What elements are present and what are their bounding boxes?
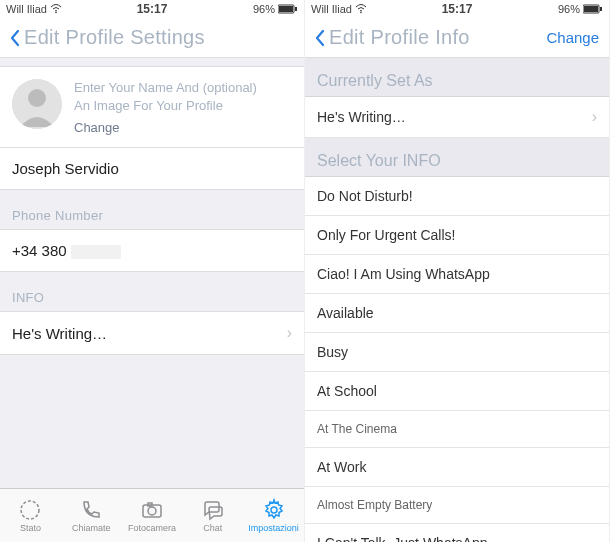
svg-rect-13 bbox=[584, 6, 598, 12]
camera-icon bbox=[140, 498, 164, 522]
profile-row[interactable]: Enter Your Name And (optional) An Image … bbox=[0, 66, 304, 148]
phone-section-header: Phone Number bbox=[0, 190, 304, 229]
currently-set-header: Currently Set As bbox=[305, 58, 609, 97]
nav-title: Edit Profile Settings bbox=[24, 26, 205, 49]
profile-placeholder-line1: Enter Your Name And (optional) bbox=[74, 79, 292, 97]
profile-placeholder-line2: An Image For Your Profile bbox=[74, 97, 292, 115]
svg-point-5 bbox=[28, 89, 46, 107]
carrier-label: Will Iliad bbox=[6, 3, 47, 15]
nav-title: Edit Profile Info bbox=[329, 26, 470, 49]
status-option[interactable]: Do Not Disturb! bbox=[305, 177, 609, 216]
name-input-cell[interactable]: Joseph Servidio bbox=[0, 148, 304, 190]
status-option[interactable]: At The Cinema bbox=[305, 411, 609, 448]
avatar[interactable] bbox=[12, 79, 62, 129]
tab-impostazioni[interactable]: Impostazioni bbox=[243, 489, 304, 542]
svg-rect-3 bbox=[295, 7, 297, 11]
status-option[interactable]: Busy bbox=[305, 333, 609, 372]
status-option[interactable]: Available bbox=[305, 294, 609, 333]
screen-edit-profile-settings: Will Iliad 15:17 96% Edit Profile Settin… bbox=[0, 0, 305, 542]
info-status-cell[interactable]: He's Writing… › bbox=[0, 311, 304, 355]
info-section-header: INFO bbox=[0, 272, 304, 311]
select-info-header: Select Your INFO bbox=[305, 138, 609, 177]
nav-bar: Edit Profile Info Change bbox=[305, 18, 609, 58]
status-bar: Will Iliad 15:17 96% bbox=[0, 0, 304, 18]
phone-value: +34 380 bbox=[12, 242, 121, 259]
chevron-left-icon bbox=[313, 28, 327, 48]
change-button[interactable]: Change bbox=[546, 29, 599, 46]
status-option[interactable]: At Work bbox=[305, 448, 609, 487]
battery-pct: 96% bbox=[558, 3, 580, 15]
svg-point-10 bbox=[271, 507, 277, 513]
info-current-value: He's Writing… bbox=[12, 325, 107, 342]
settings-gear-icon bbox=[262, 498, 286, 522]
phone-masked bbox=[71, 245, 121, 259]
back-button[interactable] bbox=[313, 28, 327, 48]
status-ring-icon bbox=[18, 498, 42, 522]
chevron-right-icon: › bbox=[592, 108, 597, 126]
status-option[interactable]: Ciao! I Am Using WhatsApp bbox=[305, 255, 609, 294]
tab-bar: Stato Chiamate Fotocamera Chat Impostazi… bbox=[0, 488, 304, 542]
status-option[interactable]: I Can't Talk, Just WhatsApp bbox=[305, 524, 609, 542]
screen-body: Enter Your Name And (optional) An Image … bbox=[0, 58, 304, 488]
screen-edit-profile-info: Will Iliad 15:17 96% Edit Profile Info C… bbox=[305, 0, 610, 542]
tab-stato[interactable]: Stato bbox=[0, 489, 61, 542]
battery-icon bbox=[583, 4, 603, 14]
svg-point-8 bbox=[148, 507, 156, 515]
phone-icon bbox=[79, 498, 103, 522]
current-status-value: He's Writing… bbox=[317, 109, 406, 125]
tab-chat[interactable]: Chat bbox=[182, 489, 243, 542]
status-option[interactable]: At School bbox=[305, 372, 609, 411]
tab-chiamate[interactable]: Chiamate bbox=[61, 489, 122, 542]
change-photo-link[interactable]: Change bbox=[74, 120, 292, 135]
svg-point-11 bbox=[360, 12, 362, 14]
chevron-left-icon bbox=[8, 28, 22, 48]
phone-number-cell: +34 380 bbox=[0, 229, 304, 272]
carrier-label: Will Iliad bbox=[311, 3, 352, 15]
svg-rect-2 bbox=[279, 6, 293, 12]
name-value: Joseph Servidio bbox=[12, 160, 119, 177]
status-option[interactable]: Almost Empty Battery bbox=[305, 487, 609, 524]
chat-icon bbox=[201, 498, 225, 522]
status-option[interactable]: Only For Urgent Calls! bbox=[305, 216, 609, 255]
screen-body: Currently Set As He's Writing… › Select … bbox=[305, 58, 609, 542]
battery-icon bbox=[278, 4, 298, 14]
status-bar: Will Iliad 15:17 96% bbox=[305, 0, 609, 18]
back-button[interactable] bbox=[8, 28, 22, 48]
wifi-icon bbox=[50, 4, 62, 14]
battery-pct: 96% bbox=[253, 3, 275, 15]
tab-fotocamera[interactable]: Fotocamera bbox=[122, 489, 183, 542]
chevron-right-icon: › bbox=[287, 324, 292, 342]
wifi-icon bbox=[355, 4, 367, 14]
current-status-row[interactable]: He's Writing… › bbox=[305, 97, 609, 138]
svg-point-6 bbox=[21, 501, 39, 519]
svg-point-0 bbox=[55, 12, 57, 14]
nav-bar: Edit Profile Settings bbox=[0, 18, 304, 58]
svg-rect-14 bbox=[600, 7, 602, 11]
